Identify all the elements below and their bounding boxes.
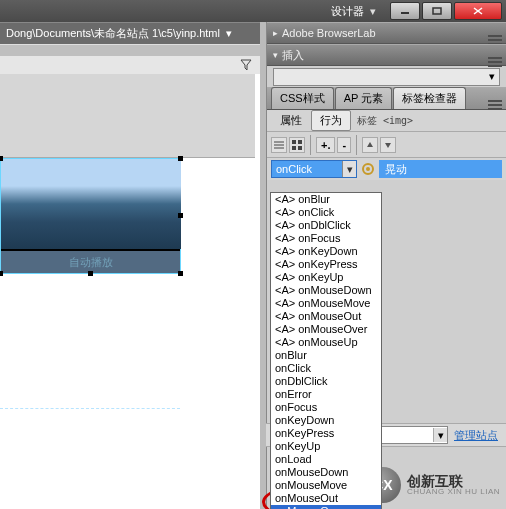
document-area: 自动播放 bbox=[0, 74, 260, 509]
chevron-down-icon: ▾ bbox=[489, 70, 495, 83]
separator bbox=[356, 135, 357, 155]
event-option[interactable]: <A> onKeyUp bbox=[271, 271, 381, 284]
event-option[interactable]: onMouseOut bbox=[271, 492, 381, 505]
browserlab-panel-header[interactable]: ▸ Adobe BrowserLab bbox=[267, 22, 506, 44]
event-dropdown-list[interactable]: <A> onBlur<A> onClick<A> onDblClick<A> o… bbox=[270, 192, 382, 509]
site-dropdown[interactable]: ▾ bbox=[376, 426, 448, 444]
gear-icon[interactable] bbox=[361, 162, 375, 176]
resize-handle-ne[interactable] bbox=[178, 156, 183, 161]
tab-ap-elements[interactable]: AP 元素 bbox=[335, 87, 393, 109]
event-option[interactable]: <A> onMouseUp bbox=[271, 336, 381, 349]
event-option[interactable]: <A> onFocus bbox=[271, 232, 381, 245]
collapse-arrow-icon[interactable]: ▸ bbox=[273, 28, 278, 38]
mountain-image bbox=[1, 159, 181, 249]
event-option[interactable]: <A> onMouseDown bbox=[271, 284, 381, 297]
event-option[interactable]: onFocus bbox=[271, 401, 381, 414]
event-option[interactable]: <A> onBlur bbox=[271, 193, 381, 206]
window-titlebar: 设计器 ▾ bbox=[0, 0, 506, 22]
logo-text: 创新互联 CHUANG XIN HU LIAN bbox=[407, 474, 500, 496]
resize-handle-s[interactable] bbox=[88, 271, 93, 276]
image-caption-band: 自动播放 bbox=[1, 251, 180, 273]
resize-handle-se[interactable] bbox=[178, 271, 183, 276]
subtab-attributes[interactable]: 属性 bbox=[271, 110, 311, 131]
event-option[interactable]: <A> onDblClick bbox=[271, 219, 381, 232]
document-path: Dong\Documents\未命名站点 1\c5\yinp.html bbox=[6, 26, 220, 41]
event-combobox[interactable]: onClick ▾ bbox=[271, 160, 357, 178]
effect-name[interactable]: 晃动 bbox=[379, 160, 502, 178]
svg-rect-0 bbox=[401, 12, 409, 14]
insert-panel-header[interactable]: ▾ 插入 bbox=[267, 44, 506, 66]
close-icon bbox=[473, 7, 483, 15]
filter-bar bbox=[0, 56, 260, 74]
path-dropdown-arrow[interactable]: ▾ bbox=[226, 27, 232, 40]
panel-menu-icon[interactable] bbox=[488, 49, 502, 61]
designer-dropdown-arrow[interactable]: ▾ bbox=[370, 5, 376, 18]
behavior-row: onClick ▾ 晃动 bbox=[267, 158, 506, 180]
event-value: onClick bbox=[276, 163, 312, 175]
tab-tag-inspector[interactable]: 标签检查器 bbox=[393, 87, 466, 109]
event-option[interactable]: <A> onKeyDown bbox=[271, 245, 381, 258]
collapse-arrow-icon[interactable]: ▾ bbox=[273, 50, 278, 60]
move-down-button[interactable] bbox=[380, 137, 396, 153]
designer-label[interactable]: 设计器 bbox=[331, 4, 364, 19]
event-option[interactable]: onLoad bbox=[271, 453, 381, 466]
manage-site-link[interactable]: 管理站点 bbox=[454, 428, 498, 443]
maximize-button[interactable] bbox=[422, 2, 452, 20]
svg-rect-1 bbox=[433, 8, 441, 14]
svg-rect-9 bbox=[292, 146, 296, 150]
tab-css-styles[interactable]: CSS样式 bbox=[271, 87, 334, 109]
event-option[interactable]: <A> onClick bbox=[271, 206, 381, 219]
list-view-icon[interactable] bbox=[271, 137, 287, 153]
event-option[interactable]: <A> onMouseOut bbox=[271, 310, 381, 323]
watermark-logo: CX 创新互联 CHUANG XIN HU LIAN bbox=[365, 467, 500, 503]
subtab-behaviors[interactable]: 行为 bbox=[311, 110, 351, 131]
minimize-icon bbox=[400, 7, 410, 15]
effect-label: 晃动 bbox=[385, 162, 407, 177]
move-up-button[interactable] bbox=[362, 137, 378, 153]
remove-behavior-button[interactable]: - bbox=[337, 137, 351, 153]
chevron-down-icon[interactable]: ▾ bbox=[342, 161, 356, 177]
minimize-button[interactable] bbox=[390, 2, 420, 20]
event-option[interactable]: onKeyDown bbox=[271, 414, 381, 427]
event-option[interactable]: onDblClick bbox=[271, 375, 381, 388]
svg-rect-7 bbox=[292, 140, 296, 144]
svg-point-12 bbox=[366, 167, 370, 171]
resize-handle-sw[interactable] bbox=[0, 271, 3, 276]
filter-icon[interactable] bbox=[240, 59, 252, 71]
event-option[interactable]: onBlur bbox=[271, 349, 381, 362]
event-option[interactable]: <A> onMouseMove bbox=[271, 297, 381, 310]
browserlab-title: Adobe BrowserLab bbox=[282, 27, 376, 39]
panel-menu-icon[interactable] bbox=[488, 92, 502, 110]
insert-category-dropdown[interactable]: ▾ bbox=[273, 68, 500, 86]
event-option[interactable]: <A> onMouseOver bbox=[271, 323, 381, 336]
image-caption: 自动播放 bbox=[69, 255, 113, 270]
event-option[interactable]: onMouseMove bbox=[271, 479, 381, 492]
behavior-toolbar: +. - bbox=[267, 132, 506, 158]
insert-title: 插入 bbox=[282, 48, 304, 63]
event-option[interactable]: onKeyPress bbox=[271, 427, 381, 440]
tag-label: 标签 <img> bbox=[357, 114, 413, 128]
event-option[interactable]: onError bbox=[271, 388, 381, 401]
separator bbox=[310, 135, 311, 155]
document-path-bar: Dong\Documents\未命名站点 1\c5\yinp.html ▾ bbox=[0, 22, 260, 44]
resize-handle-nw[interactable] bbox=[0, 156, 3, 161]
tag-inspector-tabs: CSS样式 AP 元素 标签检查器 bbox=[267, 88, 506, 110]
tag-inspector-subtabs: 属性 行为 标签 <img> bbox=[267, 110, 506, 132]
maximize-icon bbox=[432, 7, 442, 15]
event-option[interactable]: onKeyUp bbox=[271, 440, 381, 453]
detail-view-icon[interactable] bbox=[289, 137, 305, 153]
logo-cn: 创新互联 bbox=[407, 474, 500, 488]
event-option[interactable]: onMouseDown bbox=[271, 466, 381, 479]
insert-panel-body: ▾ bbox=[267, 66, 506, 88]
svg-rect-10 bbox=[298, 146, 302, 150]
event-option[interactable]: onMouseOver bbox=[271, 505, 381, 509]
panel-menu-icon[interactable] bbox=[488, 27, 502, 39]
resize-handle-e[interactable] bbox=[178, 213, 183, 218]
close-button[interactable] bbox=[454, 2, 502, 20]
event-option[interactable]: onClick bbox=[271, 362, 381, 375]
guide-line bbox=[0, 408, 180, 409]
event-option[interactable]: <A> onKeyPress bbox=[271, 258, 381, 271]
selected-image-element[interactable]: 自动播放 bbox=[0, 158, 181, 274]
design-canvas[interactable]: 自动播放 bbox=[0, 158, 260, 509]
add-behavior-button[interactable]: +. bbox=[316, 137, 335, 153]
